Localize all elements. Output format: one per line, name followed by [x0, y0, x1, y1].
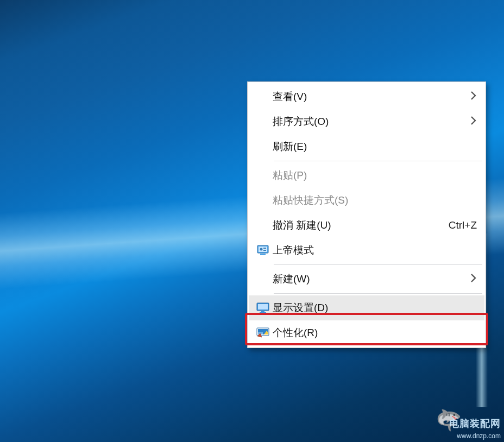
svg-rect-5 — [260, 254, 266, 255]
desktop-context-menu: 查看(V) 排序方式(O) 刷新(E) 粘贴(P) 粘贴快捷方式(S) 撤消 新… — [247, 81, 486, 348]
menu-separator — [274, 293, 482, 294]
svg-rect-8 — [261, 311, 264, 312]
menu-item-display-settings[interactable]: 显示设置(D) — [249, 295, 484, 320]
menu-item-label: 新建(W) — [273, 272, 467, 286]
chevron-right-icon — [467, 273, 477, 286]
menu-item-label: 刷新(E) — [273, 140, 477, 154]
control-panel-icon — [253, 245, 273, 256]
menu-item-label: 个性化(R) — [273, 326, 477, 340]
menu-separator — [274, 161, 482, 161]
menu-item-godmode[interactable]: 上帝模式 — [249, 238, 484, 263]
svg-rect-7 — [258, 304, 268, 310]
menu-item-label: 撤消 新建(U) — [273, 218, 449, 232]
menu-separator — [274, 264, 482, 265]
watermark-line2: www.dnzp.com — [457, 432, 501, 440]
menu-item-undo[interactable]: 撤消 新建(U) Ctrl+Z — [249, 213, 484, 238]
watermark: 电脑装配网 www.dnzp.com — [449, 417, 501, 440]
svg-rect-3 — [263, 248, 266, 249]
menu-item-paste: 粘贴(P) — [249, 163, 484, 188]
menu-item-label: 粘贴(P) — [273, 168, 477, 182]
menu-item-personalize[interactable]: 个性化(R) — [249, 320, 484, 345]
chevron-right-icon — [467, 91, 477, 103]
watermark-line1: 电脑装配网 — [449, 417, 501, 430]
personalize-icon — [253, 327, 273, 338]
menu-item-label: 粘贴快捷方式(S) — [273, 193, 477, 207]
menu-item-new[interactable]: 新建(W) — [249, 267, 484, 292]
menu-item-label: 上帝模式 — [273, 243, 477, 257]
menu-item-label: 显示设置(D) — [273, 301, 477, 315]
menu-item-shortcut: Ctrl+Z — [449, 219, 477, 231]
menu-item-sort[interactable]: 排序方式(O) — [249, 109, 484, 134]
svg-rect-9 — [260, 312, 266, 313]
svg-rect-4 — [263, 250, 266, 251]
svg-point-2 — [260, 248, 263, 251]
menu-item-paste-shortcut: 粘贴快捷方式(S) — [249, 188, 484, 213]
monitor-icon — [253, 302, 273, 313]
menu-item-refresh[interactable]: 刷新(E) — [249, 134, 484, 159]
menu-item-label: 排序方式(O) — [273, 115, 467, 129]
menu-item-label: 查看(V) — [273, 90, 467, 104]
svg-rect-1 — [259, 247, 267, 252]
chevron-right-icon — [467, 116, 477, 128]
menu-item-view[interactable]: 查看(V) — [249, 84, 484, 109]
